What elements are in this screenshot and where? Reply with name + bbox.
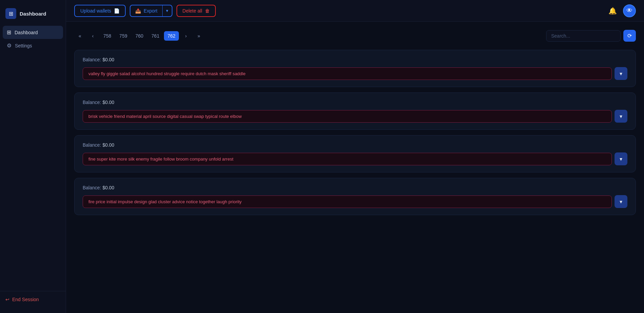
page-759[interactable]: 759 bbox=[116, 31, 130, 41]
export-button-group: 📤 Export ▾ bbox=[130, 5, 172, 17]
bell-icon: 🔔 bbox=[608, 7, 617, 15]
search-button[interactable]: ⟳ bbox=[623, 30, 636, 42]
sidebar-item-dashboard-label: Dashboard bbox=[15, 30, 38, 35]
export-button[interactable]: 📤 Export bbox=[130, 5, 162, 16]
user-avatar-button[interactable]: 👁 bbox=[623, 4, 636, 17]
balance-label-1: Balance: $0.00 bbox=[83, 57, 627, 62]
wallet-card-2: Balance: $0.00 ▾ bbox=[74, 92, 636, 130]
balance-label-2: Balance: $0.00 bbox=[83, 100, 627, 105]
header: Upload wallets 📄 📤 Export ▾ Delete all 🗑 bbox=[66, 0, 644, 22]
page-762[interactable]: 762 bbox=[164, 31, 179, 41]
delete-all-button[interactable]: Delete all 🗑 bbox=[176, 5, 216, 17]
seed-phrase-input-3[interactable] bbox=[83, 153, 612, 165]
notification-bell-button[interactable]: 🔔 bbox=[606, 5, 619, 17]
wallet-expand-button-1[interactable]: ▾ bbox=[615, 67, 627, 80]
upload-wallets-button[interactable]: Upload wallets 📄 bbox=[74, 5, 126, 17]
pagination-row: « ‹ 758 759 760 761 762 › » ⟳ bbox=[74, 30, 636, 42]
wallet-expand-button-3[interactable]: ▾ bbox=[615, 152, 627, 165]
wallet-card-4: Balance: $0.00 ▾ bbox=[74, 178, 636, 215]
refresh-icon: ⟳ bbox=[627, 33, 632, 39]
chevron-icon-1: ▾ bbox=[620, 70, 622, 77]
seed-row-3: ▾ bbox=[83, 152, 627, 165]
header-actions: Upload wallets 📄 📤 Export ▾ Delete all 🗑 bbox=[74, 5, 216, 17]
sidebar-logo: ⊞ Dashboard bbox=[0, 5, 66, 26]
seed-row-2: ▾ bbox=[83, 110, 627, 123]
sidebar-logo-text: Dashboard bbox=[20, 11, 46, 17]
content-area: « ‹ 758 759 760 761 762 › » ⟳ Balance: bbox=[66, 22, 644, 313]
search-input[interactable] bbox=[546, 30, 621, 42]
pagination: « ‹ 758 759 760 761 762 › » bbox=[74, 31, 205, 41]
chevron-icon-3: ▾ bbox=[620, 156, 622, 162]
end-session-icon: ↩ bbox=[5, 297, 9, 302]
next-page-button[interactable]: › bbox=[180, 31, 192, 41]
wallet-card-3: Balance: $0.00 ▾ bbox=[74, 135, 636, 172]
balance-label-4: Balance: $0.00 bbox=[83, 185, 627, 190]
eye-icon: 👁 bbox=[626, 7, 632, 14]
seed-phrase-input-2[interactable] bbox=[83, 110, 612, 123]
sidebar-nav: ⊞ Dashboard ⚙ Settings bbox=[0, 26, 66, 291]
sidebar-bottom: ↩ End Session bbox=[0, 291, 66, 308]
main-content: Upload wallets 📄 📤 Export ▾ Delete all 🗑 bbox=[66, 0, 644, 313]
dashboard-logo-icon: ⊞ bbox=[5, 8, 16, 19]
search-row: ⟳ bbox=[546, 30, 636, 42]
prev-page-button[interactable]: ‹ bbox=[87, 31, 99, 41]
balance-label-3: Balance: $0.00 bbox=[83, 142, 627, 148]
seed-row-4: ▾ bbox=[83, 195, 627, 208]
settings-icon: ⚙ bbox=[7, 42, 12, 49]
delete-all-label: Delete all bbox=[183, 8, 202, 14]
sidebar-item-dashboard[interactable]: ⊞ Dashboard bbox=[3, 26, 63, 39]
header-right: 🔔 👁 bbox=[606, 4, 636, 17]
sidebar: ⊞ Dashboard ⊞ Dashboard ⚙ Settings ↩ End… bbox=[0, 0, 66, 313]
end-session-label: End Session bbox=[12, 297, 39, 302]
export-icon: 📤 bbox=[135, 8, 141, 14]
wallet-card-1: Balance: $0.00 ▾ bbox=[74, 50, 636, 87]
page-758[interactable]: 758 bbox=[100, 31, 115, 41]
seed-phrase-input-1[interactable] bbox=[83, 67, 612, 80]
first-page-button[interactable]: « bbox=[74, 31, 86, 41]
chevron-icon-2: ▾ bbox=[620, 113, 622, 120]
trash-icon: 🗑 bbox=[205, 8, 210, 14]
sidebar-item-settings-label: Settings bbox=[15, 43, 32, 48]
upload-icon: 📄 bbox=[114, 8, 120, 14]
chevron-icon-4: ▾ bbox=[620, 199, 622, 205]
seed-row-1: ▾ bbox=[83, 67, 627, 80]
page-760[interactable]: 760 bbox=[132, 31, 147, 41]
last-page-button[interactable]: » bbox=[193, 31, 205, 41]
export-chevron-button[interactable]: ▾ bbox=[162, 5, 172, 16]
end-session-button[interactable]: ↩ End Session bbox=[5, 294, 60, 305]
page-761[interactable]: 761 bbox=[148, 31, 163, 41]
wallet-expand-button-4[interactable]: ▾ bbox=[615, 195, 627, 208]
seed-phrase-input-4[interactable] bbox=[83, 195, 612, 208]
dashboard-icon: ⊞ bbox=[7, 29, 11, 36]
export-label: Export bbox=[144, 8, 157, 14]
upload-wallets-label: Upload wallets bbox=[80, 8, 111, 14]
wallet-expand-button-2[interactable]: ▾ bbox=[615, 110, 627, 123]
sidebar-item-settings[interactable]: ⚙ Settings bbox=[3, 39, 63, 52]
chevron-down-icon: ▾ bbox=[166, 8, 168, 13]
